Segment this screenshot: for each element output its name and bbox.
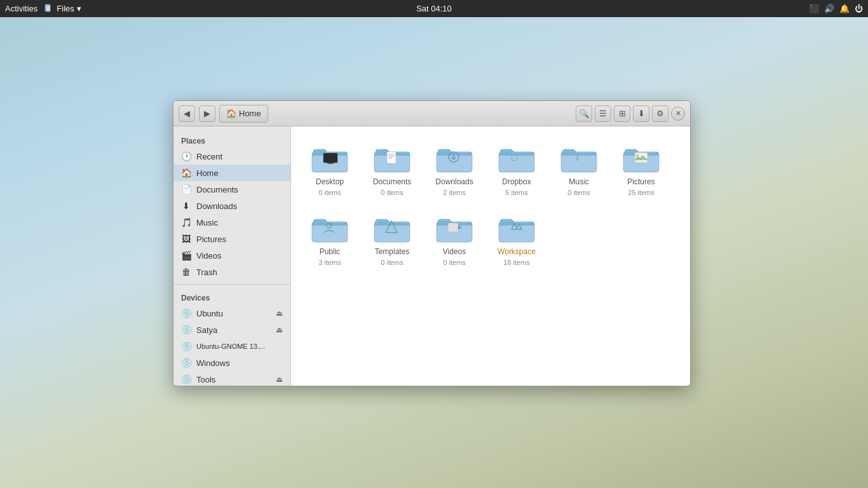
sidebar-device-ubuntu-gnome[interactable]: 💿 Ubuntu-GNOME 13.... bbox=[173, 338, 290, 355]
sidebar-item-pictures[interactable]: 🖼 Pictures bbox=[173, 231, 290, 247]
topbar-right: ⬛ 🔊 🔔 ⏻ bbox=[809, 4, 863, 13]
folder-name-desktop: Desktop bbox=[316, 177, 344, 186]
folder-count-desktop: 0 items bbox=[318, 189, 341, 196]
folder-count-videos: 0 items bbox=[443, 259, 465, 266]
folder-name-workspace: Workspace bbox=[498, 247, 536, 256]
folder-icon-music: ♪ bbox=[560, 142, 598, 175]
download-button[interactable]: ⬇ bbox=[633, 105, 649, 122]
file-manager-window: ◀ ▶ 🏠 Home 🔍 ☰ ⊞ ⬇ ⚙ ✕ Places 🕐 Recent 🏠 bbox=[173, 100, 691, 386]
folder-count-music: 0 items bbox=[567, 189, 590, 196]
folder-icon-desktop bbox=[311, 142, 349, 175]
windows-disk-icon: 💿 bbox=[181, 358, 191, 368]
sidebar: Places 🕐 Recent 🏠 Home 📄 Documents ⬇ Dow… bbox=[173, 126, 291, 386]
folder-item-documents[interactable]: Documents0 items bbox=[363, 137, 421, 201]
places-header: Places bbox=[173, 132, 290, 148]
sidebar-device-ubuntu[interactable]: 💿 Ubuntu ⏏ bbox=[173, 305, 290, 322]
ubuntu-disk-icon: 💿 bbox=[181, 308, 191, 318]
resize-handle[interactable] bbox=[682, 378, 690, 386]
sidebar-downloads-label: Downloads bbox=[196, 201, 237, 211]
sidebar-device-satya[interactable]: 💿 Satya ⏏ bbox=[173, 322, 290, 338]
folder-item-public[interactable]: Public3 items bbox=[301, 207, 358, 271]
videos-sidebar-icon: 🎬 bbox=[181, 250, 191, 261]
sidebar-trash-label: Trash bbox=[196, 268, 217, 277]
folder-icon-dropbox: □ bbox=[498, 142, 536, 175]
pictures-sidebar-icon: 🖼 bbox=[181, 234, 191, 244]
folder-icon-templates bbox=[373, 212, 411, 245]
music-sidebar-icon: 🎵 bbox=[181, 217, 191, 227]
list-view-button[interactable]: ☰ bbox=[595, 105, 611, 122]
svg-text:♪: ♪ bbox=[574, 152, 580, 163]
folder-grid: Desktop0 items Documents0 items Download… bbox=[301, 137, 680, 271]
folder-item-pictures[interactable]: Pictures25 items bbox=[613, 137, 670, 201]
folder-icon-pictures bbox=[622, 142, 660, 175]
folder-name-dropbox: Dropbox bbox=[502, 177, 531, 186]
svg-rect-1 bbox=[46, 6, 50, 11]
folder-item-workspace[interactable]: Workspace18 items bbox=[488, 207, 545, 271]
sidebar-item-trash[interactable]: 🗑 Trash bbox=[173, 264, 290, 280]
downloads-sidebar-icon: ⬇ bbox=[181, 201, 191, 211]
titlebar: ◀ ▶ 🏠 Home 🔍 ☰ ⊞ ⬇ ⚙ ✕ bbox=[173, 101, 690, 126]
folder-name-videos: Videos bbox=[443, 247, 466, 256]
devices-header: Devices bbox=[173, 288, 290, 305]
grid-view-button[interactable]: ⊞ bbox=[614, 105, 630, 122]
ubuntu-label: Ubuntu bbox=[196, 309, 223, 318]
sidebar-videos-label: Videos bbox=[196, 251, 222, 261]
activities-button[interactable]: Activities bbox=[5, 4, 37, 13]
app-arrow: ▾ bbox=[77, 4, 81, 13]
sidebar-device-windows[interactable]: 💿 Windows bbox=[173, 355, 290, 371]
sidebar-music-label: Music bbox=[196, 218, 218, 227]
sidebar-documents-label: Documents bbox=[196, 185, 238, 194]
recent-icon: 🕐 bbox=[181, 151, 191, 161]
back-button[interactable]: ◀ bbox=[179, 105, 195, 122]
sidebar-item-downloads[interactable]: ⬇ Downloads bbox=[173, 198, 290, 214]
display-icon[interactable]: ⬛ bbox=[809, 4, 819, 13]
folder-item-music[interactable]: ♪ Music0 items bbox=[550, 137, 607, 201]
svg-text:□: □ bbox=[512, 152, 517, 163]
folder-icon-workspace bbox=[498, 212, 536, 245]
tools-disk-icon: 💿 bbox=[181, 374, 191, 384]
satya-disk-icon: 💿 bbox=[181, 325, 191, 335]
svg-rect-4 bbox=[387, 152, 396, 163]
sidebar-item-home[interactable]: 🏠 Home bbox=[173, 165, 290, 181]
settings-button[interactable]: ⚙ bbox=[652, 105, 668, 122]
folder-item-desktop[interactable]: Desktop0 items bbox=[301, 137, 358, 201]
folder-item-templates[interactable]: Templates0 items bbox=[363, 207, 421, 271]
svg-rect-3 bbox=[327, 163, 334, 164]
sidebar-home-label: Home bbox=[196, 168, 219, 178]
app-menu-button[interactable]: Files ▾ bbox=[44, 4, 81, 14]
sidebar-item-music[interactable]: 🎵 Music bbox=[173, 214, 290, 231]
folder-name-music: Music bbox=[569, 177, 588, 186]
satya-eject-icon[interactable]: ⏏ bbox=[276, 325, 283, 334]
folder-count-dropbox: 5 items bbox=[505, 189, 527, 196]
sidebar-item-documents[interactable]: 📄 Documents bbox=[173, 181, 290, 198]
folder-name-downloads: Downloads bbox=[435, 177, 473, 186]
home-nav-button[interactable]: 🏠 Home bbox=[219, 105, 268, 123]
forward-button[interactable]: ▶ bbox=[199, 105, 215, 122]
close-button[interactable]: ✕ bbox=[671, 107, 685, 121]
power-icon[interactable]: ⏻ bbox=[855, 4, 863, 13]
folder-icon-documents bbox=[373, 142, 411, 175]
sidebar-device-tools[interactable]: 💿 Tools ⏏ bbox=[173, 371, 290, 386]
folder-icon-videos bbox=[435, 212, 473, 245]
topbar-left: Activities Files ▾ bbox=[5, 4, 81, 14]
folder-count-pictures: 25 items bbox=[628, 189, 654, 196]
search-button[interactable]: 🔍 bbox=[576, 105, 592, 122]
volume-icon[interactable]: 🔊 bbox=[824, 4, 834, 13]
folder-icon-downloads bbox=[435, 142, 473, 175]
ubuntu-eject-icon[interactable]: ⏏ bbox=[276, 309, 283, 318]
folder-item-videos[interactable]: Videos0 items bbox=[426, 207, 483, 271]
tools-eject-icon[interactable]: ⏏ bbox=[276, 375, 283, 384]
svg-rect-2 bbox=[323, 153, 337, 163]
folder-item-downloads[interactable]: Downloads2 items bbox=[426, 137, 483, 201]
folder-item-dropbox[interactable]: □ Dropbox5 items bbox=[488, 137, 545, 201]
windows-label: Windows bbox=[196, 358, 230, 368]
svg-point-13 bbox=[636, 154, 639, 157]
folder-icon-public bbox=[311, 212, 349, 245]
titlebar-actions: 🔍 ☰ ⊞ ⬇ ⚙ ✕ bbox=[576, 105, 685, 122]
sidebar-item-videos[interactable]: 🎬 Videos bbox=[173, 247, 290, 264]
notification-icon[interactable]: 🔔 bbox=[839, 4, 850, 13]
sidebar-item-recent[interactable]: 🕐 Recent bbox=[173, 148, 290, 165]
folder-count-templates: 0 items bbox=[381, 259, 403, 266]
sidebar-recent-label: Recent bbox=[196, 152, 222, 161]
sidebar-divider bbox=[173, 284, 290, 285]
